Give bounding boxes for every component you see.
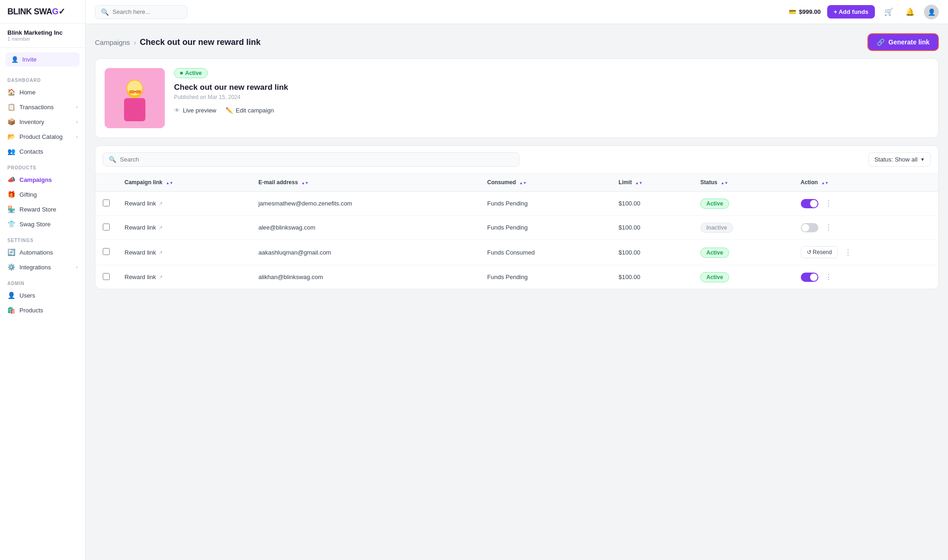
sidebar-item-reward-store[interactable]: 🏪 Reward Store: [0, 202, 85, 217]
col-status[interactable]: Status ▲▼: [693, 174, 793, 192]
sidebar-item-left: 👕 Swag Store: [7, 220, 50, 228]
col-campaign-link[interactable]: Campaign link ▲▼: [117, 174, 251, 192]
generate-link-button[interactable]: 🔗 Generate link: [867, 33, 939, 51]
logo: BLINK SWAG✓: [0, 0, 85, 24]
table-search[interactable]: 🔍: [103, 152, 519, 167]
products-icon: 🛍️: [7, 306, 15, 314]
campaign-link-cell: Reward link ↗: [117, 216, 251, 240]
sort-icon[interactable]: ▲▼: [166, 181, 173, 185]
consumed-cell: Funds Pending: [480, 265, 611, 289]
more-options-icon[interactable]: ⋮: [822, 272, 835, 282]
gifting-icon: 🎁: [7, 191, 15, 198]
link-text: Reward link: [125, 249, 156, 256]
col-email[interactable]: E-mail address ▲▼: [251, 174, 480, 192]
sidebar-item-label: Products: [19, 307, 43, 314]
integrations-icon: ⚙️: [7, 263, 15, 271]
table-search-input[interactable]: [120, 156, 513, 163]
avatar[interactable]: 👤: [924, 5, 939, 19]
invite-button[interactable]: 👤 Invite: [6, 52, 80, 67]
breadcrumb-parent[interactable]: Campaigns: [95, 38, 130, 46]
sidebar-item-left: ⚙️ Integrations: [7, 263, 51, 271]
user-icon: 👤: [11, 56, 19, 63]
global-search[interactable]: 🔍: [95, 5, 187, 19]
sort-icon[interactable]: ▲▼: [721, 181, 728, 185]
sidebar-item-users[interactable]: 👤 Users: [0, 288, 85, 303]
cart-icon[interactable]: 🛒: [881, 5, 896, 19]
link-text: Reward link: [125, 224, 156, 231]
status-badge: Active: [700, 248, 729, 258]
col-limit[interactable]: Limit ▲▼: [611, 174, 693, 192]
link-text: Reward link: [125, 274, 156, 280]
table-row: Reward link ↗ alee@blinkswag.com Funds P…: [95, 216, 938, 240]
chevron-right-icon: ›: [76, 134, 78, 139]
campaigns-icon: 📣: [7, 176, 15, 183]
campaign-link-cell: Reward link ↗: [117, 265, 251, 289]
sort-icon[interactable]: ▲▼: [821, 181, 829, 185]
reward-link[interactable]: Reward link ↗: [125, 274, 243, 280]
reward-link[interactable]: Reward link ↗: [125, 224, 243, 231]
row-checkbox[interactable]: [103, 199, 110, 206]
limit-value: $100.00: [618, 274, 640, 280]
email-cell: alee@blinkswag.com: [251, 216, 480, 240]
status-toggle[interactable]: [801, 223, 818, 232]
org-name: Blink Marketing Inc: [7, 29, 78, 36]
sidebar-item-products[interactable]: 🛍️ Products: [0, 303, 85, 317]
sidebar-item-gifting[interactable]: 🎁 Gifting: [0, 187, 85, 202]
invite-label: Invite: [22, 56, 37, 63]
col-consumed[interactable]: Consumed ▲▼: [480, 174, 611, 192]
org-info: Blink Marketing Inc 1 member: [0, 24, 85, 48]
more-options-icon[interactable]: ⋮: [822, 198, 835, 209]
external-link-icon: ↗: [159, 201, 162, 206]
row-checkbox-cell: [95, 192, 117, 216]
sidebar-item-left: 🛍️ Products: [7, 306, 43, 314]
sort-icon[interactable]: ▲▼: [301, 181, 309, 185]
sidebar-item-contacts[interactable]: 👥 Contacts: [0, 144, 85, 159]
sort-icon[interactable]: ▲▼: [635, 181, 642, 185]
row-checkbox[interactable]: [103, 224, 110, 230]
status-toggle[interactable]: [801, 273, 818, 282]
row-checkbox[interactable]: [103, 248, 110, 255]
add-funds-button[interactable]: + Add funds: [827, 5, 875, 19]
sidebar-item-transactions[interactable]: 📋 Transactions ›: [0, 100, 85, 114]
more-options-icon[interactable]: ⋮: [822, 222, 835, 233]
bell-icon[interactable]: 🔔: [903, 5, 917, 19]
sidebar-item-automations[interactable]: 🔄 Automations: [0, 245, 85, 260]
reward-link[interactable]: Reward link ↗: [125, 249, 243, 256]
table-row: Reward link ↗ alikhan@blinkswag.com Fund…: [95, 265, 938, 289]
resend-button[interactable]: ↺ Resend: [801, 246, 838, 258]
search-icon: 🔍: [109, 156, 116, 163]
wallet-icon: 💳: [789, 8, 796, 15]
status-filter-dropdown[interactable]: Status: Show all ▼: [868, 152, 931, 167]
live-preview-label: Live preview: [183, 107, 216, 114]
sidebar-item-label: Inventory: [19, 118, 44, 125]
search-input[interactable]: [112, 8, 177, 15]
live-preview-button[interactable]: 👁 Live preview: [174, 107, 216, 114]
email-value: jamesmathew@demo.zenefits.com: [258, 200, 352, 207]
limit-cell: $100.00: [611, 265, 693, 289]
sort-icon[interactable]: ▲▼: [519, 181, 527, 185]
sidebar-item-campaigns[interactable]: 📣 Campaigns: [0, 172, 85, 187]
chevron-right-icon: ›: [76, 264, 78, 270]
edit-campaign-button[interactable]: ✏️ Edit campaign: [225, 107, 274, 114]
col-action[interactable]: Action ▲▼: [793, 174, 938, 192]
more-options-icon[interactable]: ⋮: [842, 247, 854, 258]
consumed-value: Funds Pending: [487, 224, 528, 231]
table-header-row: Campaign link ▲▼ E-mail address ▲▼ Consu…: [95, 174, 938, 192]
sidebar-item-label: Home: [19, 89, 36, 96]
campaign-link-cell: Reward link ↗: [117, 192, 251, 216]
sidebar-item-integrations[interactable]: ⚙️ Integrations ›: [0, 260, 85, 274]
action-cell: ⋮: [801, 272, 931, 282]
status-toggle[interactable]: [801, 199, 818, 208]
row-checkbox[interactable]: [103, 273, 110, 280]
sidebar-item-inventory[interactable]: 📦 Inventory ›: [0, 114, 85, 129]
status-cell: Inactive: [693, 216, 793, 240]
eye-icon: 👁: [174, 107, 180, 114]
email-value: aakashluqman@gmail.com: [258, 249, 331, 256]
sidebar-item-home[interactable]: 🏠 Home: [0, 85, 85, 100]
sidebar-item-swag-store[interactable]: 👕 Swag Store: [0, 217, 85, 231]
sidebar-item-product-catalog[interactable]: 📂 Product Catalog ›: [0, 129, 85, 144]
status-cell: Active: [693, 265, 793, 289]
campaign-links-table: Campaign link ▲▼ E-mail address ▲▼ Consu…: [95, 174, 938, 289]
breadcrumb: Campaigns › Check out our new reward lin…: [95, 37, 261, 47]
reward-link[interactable]: Reward link ↗: [125, 200, 243, 207]
